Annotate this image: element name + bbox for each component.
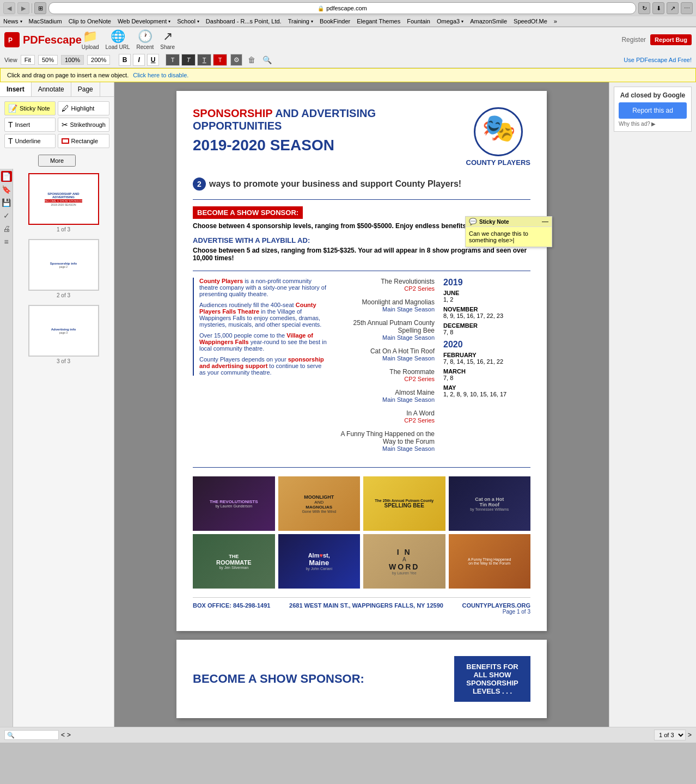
- share-browser-button[interactable]: ↗: [667, 2, 679, 14]
- ways-section: 2 ways to promote your business and supp…: [193, 177, 530, 191]
- benefits-button: BENEFITS FOR ALL SHOW SPONSORSHIP LEVELS…: [454, 656, 530, 702]
- bookmark-amazon[interactable]: AmazonSmile: [470, 18, 507, 24]
- thumb-page-1[interactable]: SPONSORSHIP AND ADVERTISING BECOME A SHO…: [17, 173, 109, 232]
- tab-insert[interactable]: Insert: [0, 82, 32, 96]
- bookmark-school[interactable]: School ▾: [177, 18, 199, 24]
- thumb-page-2[interactable]: Sponsorship info page 2 2 of 3: [17, 239, 109, 298]
- underline-format-button[interactable]: U: [147, 54, 159, 66]
- thumb-page-3[interactable]: Advertising info page 3 3 of 3: [17, 305, 109, 364]
- notification-bar: Click and drag on page to insert a new o…: [0, 68, 696, 82]
- county-players-name: COUNTY PLAYERS: [466, 158, 530, 167]
- text-red-style[interactable]: T: [213, 54, 227, 66]
- page-footer: BOX OFFICE: 845-298-1491 2681 WEST MAIN …: [193, 597, 530, 615]
- delete-icon[interactable]: 🗑: [246, 54, 258, 66]
- bookmark-fountain[interactable]: Fountain: [407, 18, 430, 24]
- sponsorship-word: SPONSORSHIP: [193, 107, 272, 119]
- settings-button[interactable]: ⚙: [230, 54, 242, 66]
- highlight-tool[interactable]: 🖊 Highlight: [58, 101, 109, 115]
- tab-annotate[interactable]: Annotate: [32, 82, 71, 96]
- search-prev-button[interactable]: <: [61, 731, 65, 739]
- dates-february: 7, 8, 14, 15, 16, 21, 22: [443, 358, 530, 365]
- address-bar[interactable]: 🔒 pdfescape.com: [48, 2, 636, 14]
- use-free-link[interactable]: Use PDFescape Ad Free!: [624, 57, 692, 63]
- show-entry-5: Almost Maine Main Stage Season: [337, 389, 435, 403]
- box-office: BOX OFFICE: 845-298-1491: [193, 602, 270, 615]
- pages-icon[interactable]: 📄: [1, 171, 12, 182]
- strikethrough-tool[interactable]: ✂ Strikethrough: [58, 118, 109, 132]
- bookmark-omega3[interactable]: Omega3 ▾: [437, 18, 463, 24]
- italic-button[interactable]: I: [133, 54, 145, 66]
- zoom-50-button[interactable]: 50%: [38, 55, 58, 65]
- view-bar: View Fit 50% 100% 200% B I U T T T T ⚙ 🗑…: [0, 52, 696, 68]
- zoom-200-button[interactable]: 200%: [87, 55, 110, 65]
- search-next-button[interactable]: >: [67, 731, 71, 739]
- zoom-fit-button[interactable]: Fit: [21, 55, 35, 65]
- bookmark-dashboard[interactable]: Dashboard - R...s Point, Ltd.: [206, 18, 282, 24]
- theatre-masks-icon: 🎭: [479, 113, 517, 151]
- search-icon[interactable]: 🔍: [261, 54, 273, 66]
- more-tools-button[interactable]: More: [38, 155, 76, 167]
- insert-tool[interactable]: T Insert: [4, 118, 56, 132]
- more-browser-button[interactable]: ⋯: [681, 2, 693, 14]
- report-bug-button[interactable]: Report Bug: [650, 34, 692, 45]
- check-icon[interactable]: ✓: [1, 210, 12, 221]
- text-underline-style[interactable]: T: [197, 54, 211, 66]
- rectangle-tool[interactable]: Rectangle: [58, 134, 109, 148]
- text-color-1[interactable]: T: [166, 54, 180, 66]
- bookmarks-bar: News ▾ MacStadium Clip to OneNote Web De…: [0, 16, 696, 27]
- recent-button[interactable]: 🕐 Recent: [137, 29, 154, 50]
- disable-link[interactable]: Click here to disable.: [133, 72, 188, 78]
- schedule: 2019 JUNE 1, 2 NOVEMBER 8, 9, 15, 16, 17…: [443, 278, 530, 458]
- info-bullet-3: Over 15,000 people come to the Village o…: [199, 332, 328, 352]
- print-icon[interactable]: 🖨: [1, 223, 12, 234]
- bookmark-webdev[interactable]: Web Development ▾: [118, 18, 170, 24]
- right-ad-panel: Ad closed by Google Report this ad Why t…: [609, 82, 696, 727]
- report-ad-button[interactable]: Report this ad: [619, 102, 687, 119]
- bookmark-training[interactable]: Training ▾: [288, 18, 313, 24]
- rectangle-icon: [62, 138, 69, 144]
- list-icon[interactable]: ≡: [1, 236, 12, 247]
- and-word: AND: [275, 107, 301, 119]
- forward-button[interactable]: ▶: [17, 2, 29, 14]
- load-url-button[interactable]: 🌐 Load URL: [106, 29, 130, 50]
- tab-page[interactable]: Page: [71, 82, 100, 96]
- why-ad-link[interactable]: Why this ad? ▶: [619, 121, 687, 127]
- sticky-note-tool[interactable]: 📝 Sticky Note: [4, 101, 56, 115]
- sticky-note-close-button[interactable]: —: [542, 218, 548, 225]
- save-icon[interactable]: 💾: [1, 197, 12, 208]
- zoom-100-button[interactable]: 100%: [61, 55, 84, 65]
- bookmark-clip[interactable]: Clip to OneNote: [69, 18, 111, 24]
- bookmark-news[interactable]: News ▾: [3, 18, 22, 24]
- share-button[interactable]: ↗ Share: [160, 29, 175, 50]
- bookmarks-button[interactable]: ⊞: [34, 2, 46, 14]
- browser-nav-bar: ◀ ▶ ⊞ 🔒 pdfescape.com ↻ ⬇ ↗ ⋯: [0, 0, 696, 16]
- next-page-button[interactable]: >: [688, 731, 692, 739]
- top-right-actions: Register Report Bug: [621, 34, 692, 45]
- bookmark-speedofme[interactable]: SpeedOf.Me: [514, 18, 547, 24]
- bookmark-panel-icon[interactable]: 🔖: [1, 184, 12, 195]
- bookmark-more[interactable]: »: [554, 18, 557, 24]
- text-italic-style[interactable]: T: [181, 54, 196, 66]
- page-select[interactable]: 1 of 3 2 of 3 3 of 3: [654, 730, 686, 740]
- search-input[interactable]: [4, 730, 59, 740]
- pdf-page-1: 💬 Sticky Note — Can we change this to so…: [176, 91, 547, 631]
- sponsorship-title: SPONSORSHIP AND ADVERTISING OPPORTUNITIE…: [193, 107, 376, 132]
- bookmark-elegant[interactable]: Elegant Themes: [357, 18, 400, 24]
- page-num: Page 1 of 3: [462, 609, 530, 615]
- register-button[interactable]: Register: [621, 36, 646, 44]
- refresh-button[interactable]: ↻: [638, 2, 650, 14]
- download-button[interactable]: ⬇: [652, 2, 664, 14]
- bookmark-macstadium[interactable]: MacStadium: [29, 18, 62, 24]
- month-june: JUNE: [443, 290, 530, 296]
- status-bar: < > 1 of 3 2 of 3 3 of 3 >: [0, 727, 696, 743]
- underline-tool[interactable]: T Underline: [4, 134, 56, 148]
- upload-button[interactable]: 📁 Upload: [82, 29, 99, 50]
- bookmark-bookfinder[interactable]: BookFinder: [320, 18, 350, 24]
- page-thumbnails: SPONSORSHIP AND ADVERTISING BECOME A SHO…: [13, 169, 114, 727]
- website: COUNTYPLAYERS.ORG: [462, 602, 530, 609]
- bold-button[interactable]: B: [119, 54, 131, 66]
- back-button[interactable]: ◀: [3, 2, 15, 14]
- show-entry-0: The Revolutionists CP2 Series: [337, 278, 435, 292]
- insert-text-icon: T: [8, 120, 13, 129]
- pdf-logo: P PDFescape: [4, 32, 82, 47]
